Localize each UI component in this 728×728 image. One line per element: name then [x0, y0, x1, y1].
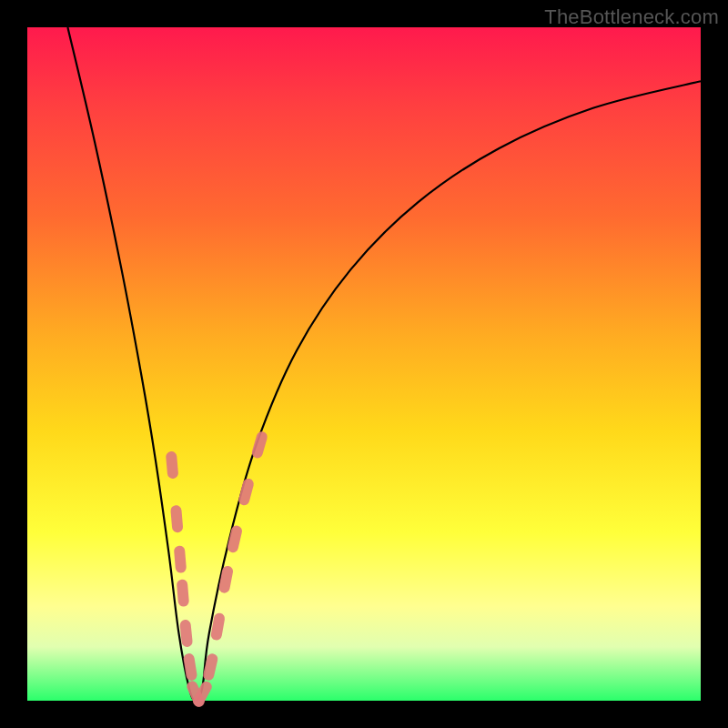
bottleneck-curve [67, 27, 701, 701]
curve-marker [179, 619, 193, 647]
curve-marker [174, 545, 187, 573]
curve-marker [166, 451, 179, 480]
watermark-text: TheBottleneck.com [544, 5, 719, 29]
curve-marker [177, 579, 189, 607]
curve-marker [183, 652, 197, 681]
marker-group [166, 430, 268, 709]
curve-svg [27, 27, 701, 701]
curve-marker [250, 430, 268, 460]
curve-marker [218, 565, 234, 594]
curve-marker [170, 505, 184, 533]
plot-area [27, 27, 701, 701]
curve-marker [238, 478, 255, 507]
